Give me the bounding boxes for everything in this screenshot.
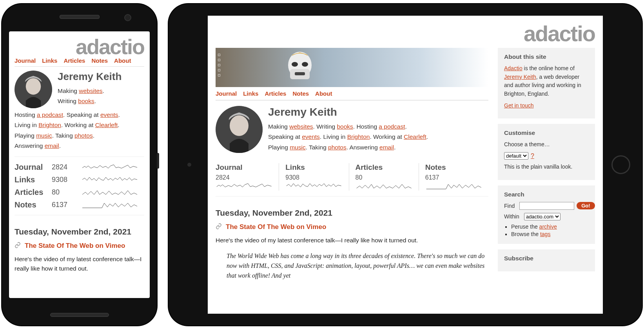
nav-links[interactable]: Links	[243, 90, 258, 97]
post-blockquote: The World Wide Web has come a long way i…	[227, 251, 488, 280]
search-scope-select[interactable]: adactio.com	[524, 213, 561, 220]
post-title-link[interactable]: The State Of The Web on Vimeo	[226, 223, 326, 231]
permalink-icon[interactable]	[15, 242, 21, 250]
nav-journal[interactable]: Journal	[15, 57, 36, 64]
post-excerpt: Here's the video of my latest conference…	[216, 236, 488, 245]
stat-label: Journal	[216, 163, 272, 172]
bio-link-clearleft[interactable]: Clearleft	[404, 133, 426, 140]
nav-about[interactable]: About	[114, 57, 131, 64]
about-link-adactio[interactable]: Adactio	[504, 65, 522, 71]
nav-notes[interactable]: Notes	[292, 90, 309, 97]
search-find-label: Find	[504, 203, 515, 209]
bio-link-music[interactable]: music	[36, 132, 52, 139]
permalink-icon[interactable]	[216, 223, 222, 231]
stats-block: Journal 2824 Links 9308 Articles 80 Note…	[15, 162, 144, 209]
sidebar-subscribe: Subscribe	[498, 249, 595, 271]
bio-link-podcast[interactable]: a podcast	[379, 123, 405, 130]
stat-articles[interactable]: Articles 80	[349, 163, 419, 191]
stat-label: Links	[285, 163, 342, 172]
bio-link-clearleft[interactable]: Clearleft	[95, 122, 118, 128]
customise-label: Choose a theme…	[504, 140, 589, 149]
phone-power-button	[157, 153, 159, 169]
bio-link-events[interactable]: events	[302, 133, 320, 140]
svg-rect-6	[295, 72, 305, 75]
post-date: Tuesday, November 2nd, 2021	[216, 208, 488, 218]
bio-link-websites[interactable]: websites	[79, 87, 102, 94]
primary-nav: Journal Links Articles Notes About	[15, 57, 144, 67]
search-within-label: Within	[504, 213, 519, 220]
stat-label-journal: Journal	[15, 163, 52, 172]
stat-label-articles: Articles	[15, 188, 52, 197]
stat-links[interactable]: Links 9308	[279, 163, 348, 191]
sidebar-customise: Customise Choose a theme… default ? This…	[498, 124, 595, 180]
author-bio: Making websites. Writing books.	[58, 86, 122, 107]
bio-link-websites[interactable]: websites	[289, 123, 313, 130]
stat-count: 2824	[216, 174, 272, 181]
sparkline-articles	[356, 181, 412, 191]
author-bio: Making websites. Writing books. Hosting …	[268, 122, 428, 153]
get-in-touch-link[interactable]: Get in touch	[504, 102, 534, 109]
post-date: Tuesday, November 2nd, 2021	[15, 227, 144, 236]
search-tags-item: Browse the tags	[511, 231, 589, 237]
sparkline-notes	[425, 181, 482, 191]
stat-label: Notes	[425, 163, 482, 172]
archive-link[interactable]: archive	[539, 224, 557, 230]
bio-link-photos[interactable]: photos	[74, 132, 93, 139]
nav-about[interactable]: About	[315, 90, 332, 97]
search-input[interactable]	[519, 202, 574, 210]
svg-point-1	[26, 78, 41, 95]
bio-link-photos[interactable]: photos	[328, 144, 346, 151]
bio-link-podcast[interactable]: a podcast	[37, 111, 63, 118]
bio-link-email[interactable]: email	[45, 142, 59, 149]
header-banner	[216, 48, 488, 87]
theme-select[interactable]: default	[504, 152, 528, 160]
sparkline-links	[75, 175, 144, 184]
sidebar-heading: Search	[504, 191, 589, 198]
sparkline-journal	[75, 162, 144, 172]
stat-journal[interactable]: Journal 2824	[216, 163, 279, 191]
post-title-link[interactable]: The State Of The Web on Vimeo	[25, 242, 125, 250]
search-archive-item: Peruse the archive	[511, 224, 589, 230]
nav-notes[interactable]: Notes	[91, 57, 108, 64]
theme-help-link[interactable]: ?	[531, 153, 534, 160]
sidebar-heading: Customise	[504, 129, 589, 136]
bio-link-brighton[interactable]: Brighton	[347, 133, 370, 140]
nav-articles[interactable]: Articles	[265, 90, 286, 97]
sidebar-heading: Subscribe	[504, 255, 589, 262]
bio-link-books[interactable]: books	[78, 98, 94, 104]
stat-count-notes: 6137	[52, 201, 75, 209]
sparkline-articles	[75, 187, 144, 197]
stat-count: 9308	[285, 174, 342, 181]
svg-point-8	[230, 115, 249, 136]
bio-link-music[interactable]: music	[290, 144, 305, 151]
stat-label-links: Links	[15, 175, 52, 184]
stat-count-articles: 80	[52, 188, 75, 196]
nav-articles[interactable]: Articles	[63, 57, 85, 64]
main-column: Journal Links Articles Notes About Jerem…	[216, 48, 488, 280]
sparkline-links	[285, 181, 342, 191]
svg-point-4	[292, 62, 298, 67]
stat-label-notes: Notes	[15, 200, 52, 209]
bio-link-email[interactable]: email	[379, 144, 394, 151]
stat-count: 6137	[425, 174, 482, 181]
author-name: Jeremy Keith	[268, 106, 428, 118]
tablet-camera	[187, 163, 191, 167]
nav-links[interactable]: Links	[42, 57, 57, 64]
stat-notes[interactable]: Notes 6137	[419, 163, 488, 191]
about-link-jeremy[interactable]: Jeremy Keith	[504, 74, 536, 80]
divider	[15, 156, 144, 157]
nav-journal[interactable]: Journal	[216, 90, 237, 97]
phone-device-frame: adactio Journal Links Articles Notes Abo…	[2, 4, 157, 325]
author-avatar	[15, 71, 52, 108]
phone-viewport: adactio Journal Links Articles Notes Abo…	[9, 31, 150, 298]
author-bio-cont: Hosting a podcast. Speaking at events. L…	[15, 110, 144, 151]
bio-link-books[interactable]: books	[337, 123, 353, 130]
divider	[216, 196, 488, 196]
banner-dots	[218, 54, 220, 76]
tags-link[interactable]: tags	[540, 231, 550, 237]
sidebar-search: Search Find Go! Within adactio.com Perus…	[498, 185, 595, 244]
bio-link-brighton[interactable]: Brighton	[38, 122, 61, 128]
search-go-button[interactable]: Go!	[577, 202, 595, 209]
bio-link-events[interactable]: events	[100, 111, 118, 118]
primary-nav: Journal Links Articles Notes About	[216, 90, 488, 100]
